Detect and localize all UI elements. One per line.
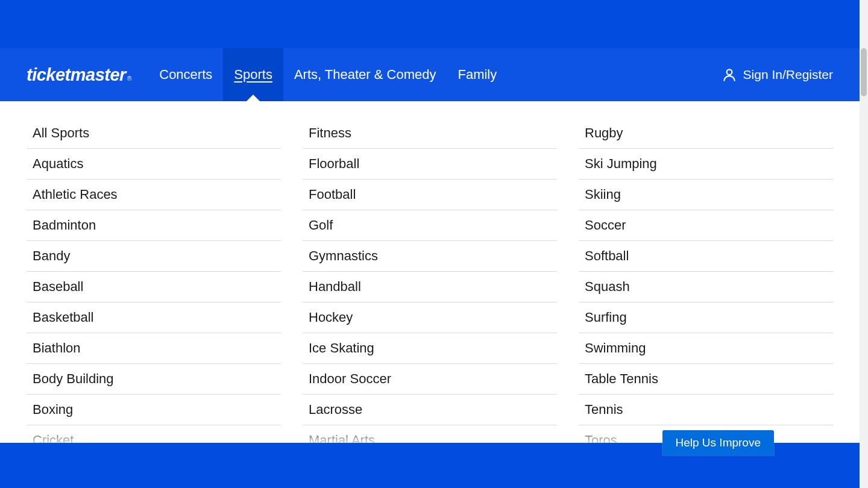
dropdown-item[interactable]: Badminton — [27, 210, 281, 241]
nav-label: Sports — [234, 67, 272, 83]
nav-label: Arts, Theater & Comedy — [294, 67, 436, 83]
top-banner — [0, 0, 860, 48]
vertical-scrollbar-thumb[interactable] — [861, 48, 867, 96]
dropdown-item[interactable]: All Sports — [27, 118, 281, 149]
dropdown-item[interactable]: Surfing — [579, 302, 833, 333]
dropdown-column-3: Rugby Ski Jumping Skiing Soccer Softball… — [579, 118, 833, 456]
help-label: Help Us Improve — [676, 436, 761, 449]
nav-label: Family — [458, 67, 497, 83]
nav-arts-theater-comedy[interactable]: Arts, Theater & Comedy — [283, 48, 447, 101]
dropdown-item[interactable]: Skiing — [579, 180, 833, 210]
dropdown-item[interactable]: Baseball — [27, 272, 281, 302]
dropdown-item[interactable]: Tennis — [579, 395, 833, 425]
dropdown-item[interactable]: Bandy — [27, 241, 281, 272]
dropdown-item[interactable]: Squash — [579, 272, 833, 302]
dropdown-item[interactable]: Hockey — [303, 302, 557, 333]
dropdown-item[interactable]: Lacrosse — [303, 395, 557, 425]
nav-sports[interactable]: Sports — [223, 48, 283, 101]
dropdown-item[interactable]: Athletic Races — [27, 180, 281, 210]
dropdown-item[interactable]: Aquatics — [27, 149, 281, 180]
dropdown-item[interactable]: Football — [303, 180, 557, 210]
dropdown-item[interactable]: Biathlon — [27, 333, 281, 364]
dropdown-item[interactable]: Ski Jumping — [579, 149, 833, 180]
user-icon — [722, 67, 737, 83]
help-us-improve-button[interactable]: Help Us Improve — [662, 430, 775, 455]
dropdown-item[interactable]: Table Tennis — [579, 364, 833, 395]
nav-family[interactable]: Family — [447, 48, 508, 101]
dropdown-column-1: All Sports Aquatics Athletic Races Badmi… — [27, 118, 281, 456]
dropdown-item[interactable]: Boxing — [27, 395, 281, 425]
dropdown-item[interactable]: Softball — [579, 241, 833, 272]
dropdown-item[interactable]: Body Building — [27, 364, 281, 395]
dropdown-item[interactable]: Gymnastics — [303, 241, 557, 272]
svg-point-0 — [726, 69, 732, 75]
dropdown-item[interactable]: Swimming — [579, 333, 833, 364]
nav-label: Concerts — [159, 67, 212, 83]
dropdown-item[interactable]: Soccer — [579, 210, 833, 241]
sports-dropdown: All Sports Aquatics Athletic Races Badmi… — [0, 101, 860, 456]
dropdown-item[interactable]: Floorball — [303, 149, 557, 180]
dropdown-item[interactable]: Indoor Soccer — [303, 364, 557, 395]
brand-logo[interactable]: ticketmaster ® — [27, 65, 131, 85]
dropdown-item[interactable]: Ice Skating — [303, 333, 557, 364]
dropdown-column-2: Fitness Floorball Football Golf Gymnasti… — [303, 118, 557, 456]
dropdown-item[interactable]: Basketball — [27, 302, 281, 333]
dropdown-item[interactable]: Handball — [303, 272, 557, 302]
dropdown-item[interactable]: Golf — [303, 210, 557, 241]
brand-registered-mark: ® — [127, 75, 131, 82]
nav-concerts[interactable]: Concerts — [148, 48, 223, 101]
dropdown-item[interactable]: Rugby — [579, 118, 833, 149]
vertical-scrollbar-track[interactable] — [860, 0, 868, 488]
nav-links: Concerts Sports Arts, Theater & Comedy F… — [148, 48, 508, 101]
dropdown-item[interactable]: Fitness — [303, 118, 557, 149]
sign-in-register[interactable]: Sign In/Register — [722, 67, 833, 83]
sign-in-label: Sign In/Register — [743, 67, 833, 82]
brand-name: ticketmaster — [27, 65, 126, 85]
main-navbar: ticketmaster ® Concerts Sports Arts, The… — [0, 48, 860, 101]
